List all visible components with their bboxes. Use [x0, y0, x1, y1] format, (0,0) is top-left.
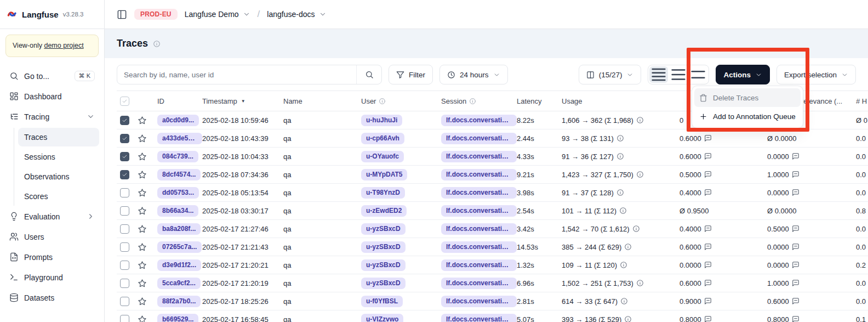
star-icon[interactable] — [138, 242, 147, 252]
trace-id-badge[interactable]: d3e9d1f2... — [157, 259, 201, 271]
comment-icon[interactable] — [704, 152, 712, 160]
star-icon[interactable] — [138, 261, 147, 270]
column-header-usage[interactable]: Usage — [562, 97, 679, 105]
star-icon[interactable] — [138, 170, 147, 179]
info-icon[interactable] — [379, 98, 386, 105]
trace-id-badge[interactable]: a0cd0d9... — [157, 115, 199, 126]
row-checkbox[interactable] — [120, 134, 129, 143]
row-checkbox[interactable] — [120, 242, 129, 252]
comment-icon[interactable] — [792, 171, 800, 178]
menu-item-delete-traces[interactable]: Delete Traces — [694, 88, 801, 107]
sidebar-item-traces[interactable]: Traces — [18, 128, 99, 146]
comment-icon[interactable] — [704, 225, 712, 233]
comment-icon[interactable] — [704, 279, 712, 287]
comment-icon[interactable] — [704, 189, 712, 196]
info-icon[interactable] — [616, 189, 624, 196]
trace-id-badge[interactable]: 8dcf4574... — [157, 169, 201, 180]
info-icon[interactable] — [636, 116, 644, 124]
column-header-user[interactable]: User — [361, 97, 441, 105]
trace-id-badge[interactable]: 88f2a7b0... — [157, 296, 201, 307]
session-id-badge[interactable]: lf.docs.conversation... — [441, 223, 517, 235]
row-checkbox[interactable] — [120, 261, 129, 270]
session-id-badge[interactable]: lf.docs.conversation... — [441, 314, 517, 322]
trace-id-badge[interactable]: dd05753... — [157, 187, 199, 199]
column-header-score_c[interactable]: # H — [854, 97, 868, 105]
row-height-medium-button[interactable] — [669, 66, 688, 83]
comment-icon[interactable] — [792, 315, 800, 322]
demo-project-link[interactable]: demo project — [44, 42, 83, 49]
user-id-badge[interactable]: u-OYauofc — [361, 151, 404, 162]
info-icon[interactable] — [616, 134, 624, 142]
comment-icon[interactable] — [792, 279, 800, 287]
row-checkbox[interactable] — [120, 206, 129, 216]
session-id-badge[interactable]: lf.docs.conversation... — [441, 115, 517, 126]
row-height-large-button[interactable] — [689, 66, 707, 83]
star-icon[interactable] — [138, 152, 147, 161]
comment-icon[interactable] — [792, 189, 800, 196]
comment-icon[interactable] — [704, 297, 712, 305]
column-header-id[interactable]: ID — [157, 97, 202, 105]
session-id-badge[interactable]: lf.docs.conversation... — [441, 151, 517, 162]
user-id-badge[interactable]: u-yzSBxcD — [361, 278, 406, 289]
user-id-badge[interactable]: u-zEwdED2 — [361, 205, 407, 217]
star-icon[interactable] — [138, 188, 147, 197]
info-icon[interactable] — [624, 243, 632, 251]
comment-icon[interactable] — [704, 134, 712, 142]
session-id-badge[interactable]: lf.docs.conversation... — [441, 169, 517, 180]
info-icon[interactable] — [620, 261, 627, 269]
search-submit-button[interactable] — [356, 65, 381, 84]
filter-button[interactable]: Filter — [389, 65, 433, 84]
org-breadcrumb[interactable]: Langfuse Demo — [185, 10, 250, 19]
comment-icon[interactable] — [704, 261, 712, 269]
row-checkbox[interactable] — [120, 170, 129, 179]
comment-icon[interactable] — [792, 152, 800, 160]
user-id-badge[interactable]: u-f0YfBSL — [361, 296, 403, 307]
sidebar-item-prompts[interactable]: Prompts — [5, 248, 99, 267]
session-id-badge[interactable]: lf.docs.conversation... — [441, 133, 517, 144]
session-id-badge[interactable]: lf.docs.conversation... — [441, 259, 517, 271]
sidebar-item-evaluation[interactable]: Evaluation — [5, 207, 99, 226]
sidebar-item-goto[interactable]: Go to... ⌘ K — [5, 67, 99, 86]
row-height-small-button[interactable] — [649, 66, 668, 83]
user-id-badge[interactable]: u-huJhuJi — [361, 115, 402, 126]
trace-id-badge[interactable]: a433de51... — [157, 133, 202, 144]
trace-id-badge[interactable]: 5cca9cf2... — [157, 278, 201, 289]
trace-id-badge[interactable]: 084c739... — [157, 151, 198, 162]
star-icon[interactable] — [138, 315, 147, 322]
info-icon[interactable] — [616, 152, 624, 160]
comment-icon[interactable] — [792, 297, 800, 305]
user-id-badge[interactable]: u-T98YnzD — [361, 187, 405, 199]
sidebar-item-playground[interactable]: Playground — [5, 268, 99, 287]
time-range-button[interactable]: 24 hours — [439, 65, 508, 84]
column-header-timestamp[interactable]: Timestamp▼ — [202, 97, 283, 105]
info-icon[interactable] — [636, 171, 644, 178]
select-all-checkbox[interactable] — [120, 97, 129, 106]
session-id-badge[interactable]: lf.docs.conversation... — [441, 241, 517, 253]
row-checkbox[interactable] — [120, 152, 129, 161]
comment-icon[interactable] — [792, 261, 800, 269]
row-checkbox[interactable] — [120, 315, 129, 322]
comment-icon[interactable] — [704, 315, 712, 322]
user-id-badge[interactable]: u-MYpDAT5 — [361, 169, 407, 180]
trace-id-badge[interactable]: 07265c7a... — [157, 241, 202, 253]
session-id-badge[interactable]: lf.docs.conversation... — [441, 278, 517, 289]
export-selection-button[interactable]: Export selection — [776, 65, 856, 84]
sidebar-item-users[interactable]: Users — [5, 228, 99, 246]
sidebar-item-sessions[interactable]: Sessions — [18, 148, 99, 166]
column-header-latency[interactable]: Latency — [517, 97, 562, 105]
sidebar-item-observations[interactable]: Observations — [18, 167, 99, 186]
sidebar-item-dashboard[interactable]: Dashboard — [5, 87, 99, 106]
trace-id-badge[interactable]: ba8a208f... — [157, 223, 201, 235]
sort-desc-icon[interactable]: ▼ — [241, 99, 245, 104]
user-id-badge[interactable]: u-cp66Avh — [361, 133, 404, 144]
row-checkbox[interactable] — [120, 279, 129, 288]
info-icon[interactable] — [632, 225, 640, 233]
user-id-badge[interactable]: u-yzSBxcD — [361, 223, 406, 235]
info-icon[interactable] — [620, 297, 628, 305]
star-icon[interactable] — [138, 206, 147, 216]
trace-id-badge[interactable]: 8b66a34... — [157, 205, 198, 217]
row-checkbox[interactable] — [120, 116, 129, 125]
user-id-badge[interactable]: u-yzSBxcD — [361, 241, 406, 253]
actions-button[interactable]: Actions — [716, 65, 770, 84]
project-breadcrumb[interactable]: langfuse-docs — [267, 10, 326, 19]
